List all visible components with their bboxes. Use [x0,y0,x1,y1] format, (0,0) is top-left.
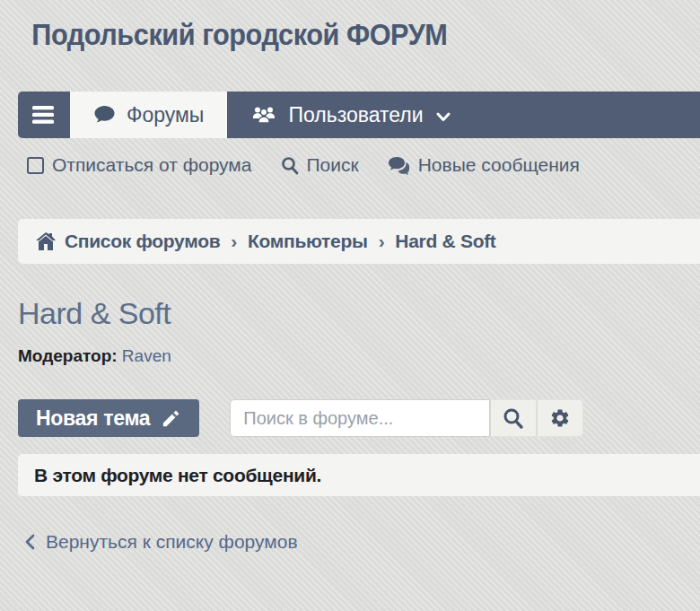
breadcrumb-separator: › [377,231,387,252]
new-topic-label: Новая тема [36,406,150,431]
tab-users-label: Пользователи [288,103,423,127]
pencil-icon [161,408,181,429]
breadcrumb-separator: › [229,231,239,252]
moderator-name-link[interactable]: Raven [122,346,171,365]
comment-icon [93,105,116,125]
moderator-line: Модератор: Raven [18,346,700,366]
main-navbar: Форумы Пользователи [18,92,700,138]
menu-button[interactable] [18,92,68,138]
subnav-search[interactable]: Поиск [281,154,359,176]
menu-icon [31,105,55,125]
forum-search-input[interactable] [230,399,490,437]
unsubscribe-label: Отписаться от форума [52,154,252,176]
gear-icon [549,407,571,429]
subnav-search-label: Поиск [307,154,359,176]
actions-row: Новая тема [18,399,700,437]
new-messages-label: Новые сообщения [418,154,580,176]
back-to-forum-list-label: Вернуться к списку форумов [46,531,298,553]
breadcrumb-item-computers[interactable]: Компьютеры [248,231,368,252]
tab-users[interactable]: Пользователи [227,92,473,138]
users-icon [250,104,277,126]
search-icon [281,156,299,175]
subnav: Отписаться от форума Поиск Новые сообщен… [27,154,700,176]
unsubscribe-checkbox[interactable] [27,157,44,174]
page-title: Hard & Soft [18,296,700,331]
moderator-label: Модератор: [18,346,118,365]
tab-forums-label: Форумы [127,103,204,127]
subnav-new-messages[interactable]: Новые сообщения [388,154,580,176]
forum-search-group [230,399,583,437]
breadcrumb-item-forum-list[interactable]: Список форумов [65,231,220,252]
forum-search-button[interactable] [490,399,537,437]
home-icon[interactable] [36,232,56,251]
messages-icon [388,156,410,175]
breadcrumb: Список форумов › Компьютеры › Hard & Sof… [18,219,700,264]
site-title: Подольский городской ФОРУМ [0,0,651,52]
back-to-forum-list-link[interactable]: Вернуться к списку форумов [25,531,298,553]
search-icon [503,407,524,430]
angle-left-icon [25,534,35,550]
empty-forum-notice-text: В этом форуме нет сообщений. [34,465,321,486]
new-topic-button[interactable]: Новая тема [18,399,199,437]
tab-forums[interactable]: Форумы [70,92,227,138]
breadcrumb-item-current: Hard & Soft [395,231,495,252]
unsubscribe-control[interactable]: Отписаться от форума [27,154,252,176]
chevron-down-icon [436,111,451,122]
empty-forum-notice: В этом форуме нет сообщений. [18,454,700,496]
search-settings-button[interactable] [537,399,583,437]
